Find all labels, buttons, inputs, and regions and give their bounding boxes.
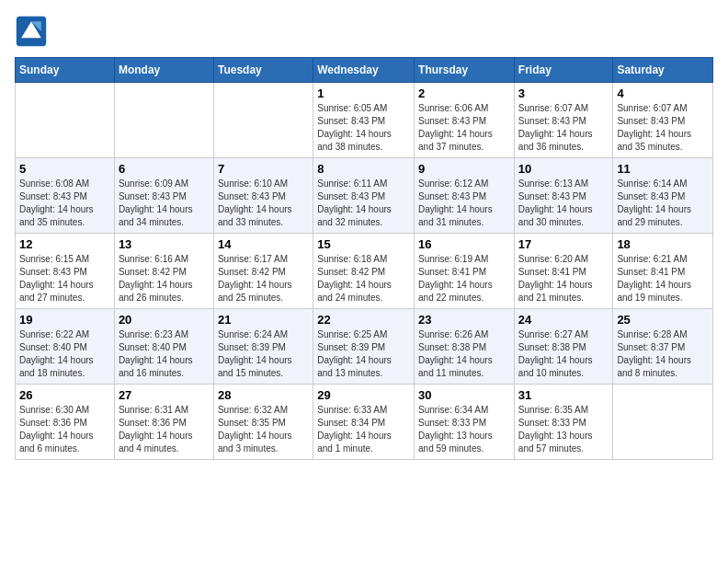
header-tuesday: Tuesday (213, 58, 313, 83)
calendar-body: 1Sunrise: 6:05 AMSunset: 8:43 PMDaylight… (16, 83, 713, 460)
day-info: Sunrise: 6:17 AMSunset: 8:42 PMDaylight:… (218, 253, 309, 304)
calendar-cell: 17Sunrise: 6:20 AMSunset: 8:41 PMDayligh… (514, 234, 613, 309)
day-number: 16 (418, 237, 510, 251)
day-info: Sunrise: 6:10 AMSunset: 8:43 PMDaylight:… (218, 178, 309, 229)
calendar-cell: 18Sunrise: 6:21 AMSunset: 8:41 PMDayligh… (613, 234, 713, 309)
calendar-cell: 21Sunrise: 6:24 AMSunset: 8:39 PMDayligh… (213, 309, 313, 385)
day-number: 11 (617, 162, 709, 176)
day-number: 27 (119, 388, 210, 402)
calendar-cell: 23Sunrise: 6:26 AMSunset: 8:38 PMDayligh… (415, 309, 515, 385)
day-number: 20 (119, 313, 210, 327)
calendar-cell: 24Sunrise: 6:27 AMSunset: 8:38 PMDayligh… (514, 309, 613, 385)
header-wednesday: Wednesday (313, 58, 415, 83)
day-number: 18 (617, 237, 709, 251)
day-number: 2 (418, 86, 510, 100)
day-number: 1 (317, 86, 410, 100)
day-info: Sunrise: 6:28 AMSunset: 8:37 PMDaylight:… (617, 328, 709, 380)
calendar-cell (213, 83, 313, 158)
calendar-week-3: 19Sunrise: 6:22 AMSunset: 8:40 PMDayligh… (16, 309, 713, 385)
day-info: Sunrise: 6:23 AMSunset: 8:40 PMDaylight:… (119, 328, 210, 380)
header-friday: Friday (514, 58, 613, 83)
day-info: Sunrise: 6:33 AMSunset: 8:34 PMDaylight:… (317, 404, 410, 455)
header-saturday: Saturday (613, 58, 713, 83)
day-number: 6 (119, 162, 210, 176)
day-info: Sunrise: 6:07 AMSunset: 8:43 PMDaylight:… (518, 102, 609, 154)
day-info: Sunrise: 6:35 AMSunset: 8:33 PMDaylight:… (518, 404, 609, 455)
day-number: 15 (317, 237, 410, 251)
logo (15, 15, 51, 48)
page-header (15, 15, 713, 48)
calendar-cell (114, 83, 213, 158)
day-number: 13 (119, 237, 210, 251)
calendar-header: SundayMondayTuesdayWednesdayThursdayFrid… (16, 58, 713, 83)
day-number: 31 (518, 388, 609, 402)
day-number: 22 (317, 313, 410, 327)
calendar-week-4: 26Sunrise: 6:30 AMSunset: 8:36 PMDayligh… (16, 385, 713, 460)
day-number: 3 (518, 86, 609, 100)
day-number: 24 (518, 313, 609, 327)
day-info: Sunrise: 6:05 AMSunset: 8:43 PMDaylight:… (317, 102, 410, 154)
calendar-cell: 26Sunrise: 6:30 AMSunset: 8:36 PMDayligh… (16, 385, 115, 460)
logo-icon (15, 15, 48, 48)
calendar-cell: 20Sunrise: 6:23 AMSunset: 8:40 PMDayligh… (114, 309, 213, 385)
day-info: Sunrise: 6:34 AMSunset: 8:33 PMDaylight:… (418, 404, 510, 455)
calendar-cell: 13Sunrise: 6:16 AMSunset: 8:42 PMDayligh… (114, 234, 213, 309)
calendar-cell: 14Sunrise: 6:17 AMSunset: 8:42 PMDayligh… (213, 234, 313, 309)
day-number: 14 (218, 237, 309, 251)
day-info: Sunrise: 6:20 AMSunset: 8:41 PMDaylight:… (518, 253, 609, 304)
day-info: Sunrise: 6:32 AMSunset: 8:35 PMDaylight:… (218, 404, 309, 455)
calendar-cell: 16Sunrise: 6:19 AMSunset: 8:41 PMDayligh… (415, 234, 515, 309)
day-info: Sunrise: 6:25 AMSunset: 8:39 PMDaylight:… (317, 328, 410, 380)
calendar-cell: 6Sunrise: 6:09 AMSunset: 8:43 PMDaylight… (114, 158, 213, 234)
day-number: 8 (317, 162, 410, 176)
day-info: Sunrise: 6:15 AMSunset: 8:43 PMDaylight:… (19, 253, 110, 304)
day-number: 5 (19, 162, 110, 176)
calendar-cell: 30Sunrise: 6:34 AMSunset: 8:33 PMDayligh… (415, 385, 515, 460)
day-info: Sunrise: 6:06 AMSunset: 8:43 PMDaylight:… (418, 102, 510, 154)
calendar-cell: 7Sunrise: 6:10 AMSunset: 8:43 PMDaylight… (213, 158, 313, 234)
day-number: 30 (418, 388, 510, 402)
day-info: Sunrise: 6:22 AMSunset: 8:40 PMDaylight:… (19, 328, 110, 380)
day-info: Sunrise: 6:07 AMSunset: 8:43 PMDaylight:… (617, 102, 709, 154)
header-thursday: Thursday (415, 58, 515, 83)
calendar-cell: 4Sunrise: 6:07 AMSunset: 8:43 PMDaylight… (613, 83, 713, 158)
header-row: SundayMondayTuesdayWednesdayThursdayFrid… (16, 58, 713, 83)
day-info: Sunrise: 6:19 AMSunset: 8:41 PMDaylight:… (418, 253, 510, 304)
day-info: Sunrise: 6:13 AMSunset: 8:43 PMDaylight:… (518, 178, 609, 229)
calendar-cell: 28Sunrise: 6:32 AMSunset: 8:35 PMDayligh… (213, 385, 313, 460)
day-info: Sunrise: 6:14 AMSunset: 8:43 PMDaylight:… (617, 178, 709, 229)
day-number: 10 (518, 162, 609, 176)
day-info: Sunrise: 6:18 AMSunset: 8:42 PMDaylight:… (317, 253, 410, 304)
day-info: Sunrise: 6:08 AMSunset: 8:43 PMDaylight:… (19, 178, 110, 229)
calendar-cell: 29Sunrise: 6:33 AMSunset: 8:34 PMDayligh… (313, 385, 415, 460)
day-number: 25 (617, 313, 709, 327)
day-number: 29 (317, 388, 410, 402)
calendar-cell: 19Sunrise: 6:22 AMSunset: 8:40 PMDayligh… (16, 309, 115, 385)
day-number: 21 (218, 313, 309, 327)
day-number: 26 (19, 388, 110, 402)
day-info: Sunrise: 6:31 AMSunset: 8:36 PMDaylight:… (119, 404, 210, 455)
day-number: 12 (19, 237, 110, 251)
day-info: Sunrise: 6:27 AMSunset: 8:38 PMDaylight:… (518, 328, 609, 380)
day-info: Sunrise: 6:24 AMSunset: 8:39 PMDaylight:… (218, 328, 309, 380)
calendar-cell: 2Sunrise: 6:06 AMSunset: 8:43 PMDaylight… (415, 83, 515, 158)
day-info: Sunrise: 6:21 AMSunset: 8:41 PMDaylight:… (617, 253, 709, 304)
calendar-cell: 27Sunrise: 6:31 AMSunset: 8:36 PMDayligh… (114, 385, 213, 460)
calendar-cell (613, 385, 713, 460)
day-info: Sunrise: 6:11 AMSunset: 8:43 PMDaylight:… (317, 178, 410, 229)
header-sunday: Sunday (16, 58, 115, 83)
calendar-cell: 15Sunrise: 6:18 AMSunset: 8:42 PMDayligh… (313, 234, 415, 309)
calendar-cell: 25Sunrise: 6:28 AMSunset: 8:37 PMDayligh… (613, 309, 713, 385)
day-number: 28 (218, 388, 309, 402)
header-monday: Monday (114, 58, 213, 83)
calendar-cell: 9Sunrise: 6:12 AMSunset: 8:43 PMDaylight… (415, 158, 515, 234)
day-number: 9 (418, 162, 510, 176)
day-number: 7 (218, 162, 309, 176)
calendar-week-0: 1Sunrise: 6:05 AMSunset: 8:43 PMDaylight… (16, 83, 713, 158)
calendar-week-1: 5Sunrise: 6:08 AMSunset: 8:43 PMDaylight… (16, 158, 713, 234)
calendar-cell: 22Sunrise: 6:25 AMSunset: 8:39 PMDayligh… (313, 309, 415, 385)
day-info: Sunrise: 6:30 AMSunset: 8:36 PMDaylight:… (19, 404, 110, 455)
day-info: Sunrise: 6:26 AMSunset: 8:38 PMDaylight:… (418, 328, 510, 380)
day-number: 4 (617, 86, 709, 100)
calendar-cell: 3Sunrise: 6:07 AMSunset: 8:43 PMDaylight… (514, 83, 613, 158)
